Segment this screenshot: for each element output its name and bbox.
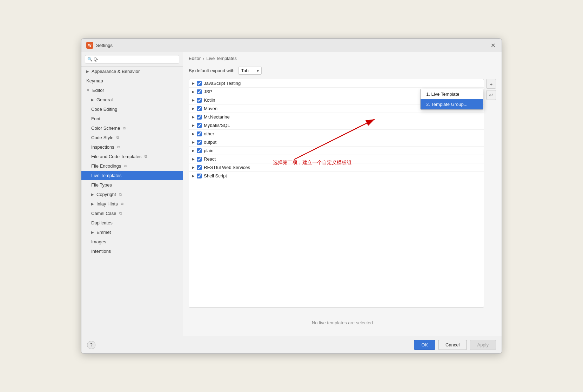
template-group-row[interactable]: ▶ React xyxy=(189,155,484,163)
group-label: JavaScript Testing xyxy=(204,81,241,86)
close-button[interactable]: ✕ xyxy=(489,41,497,49)
group-checkbox[interactable] xyxy=(197,115,202,120)
sidebar-item-code-style[interactable]: Code Style ⧉ xyxy=(81,133,183,142)
group-checkbox[interactable] xyxy=(197,106,202,111)
templates-panel: ▶ JavaScript Testing ▶ JSP ▶ Kotlin ▶ Ma… xyxy=(189,79,496,307)
sidebar-item-editor[interactable]: ▼ Editor xyxy=(81,86,183,95)
sidebar-item-duplicates[interactable]: Duplicates xyxy=(81,218,183,228)
arrow-icon: ▶ xyxy=(91,202,94,206)
expand-arrow-icon: ▶ xyxy=(192,174,195,178)
expand-arrow-icon: ▶ xyxy=(192,81,195,85)
copy-icon: ⧉ xyxy=(116,135,119,140)
group-label: Kotlin xyxy=(204,97,215,103)
template-group-row[interactable]: ▶ RESTful Web Services xyxy=(189,163,484,172)
sidebar-item-file-code-templates[interactable]: File and Code Templates ⧉ xyxy=(81,152,183,161)
sidebar-item-label: Inspections xyxy=(91,144,114,150)
expand-arrow-icon: ▶ xyxy=(192,115,195,119)
sidebar-item-label: Intentions xyxy=(91,249,111,254)
sidebar-item-label: Copyright xyxy=(96,192,116,197)
help-button[interactable]: ? xyxy=(87,341,95,349)
template-group-row[interactable]: ▶ output xyxy=(189,138,484,147)
sidebar-item-label: File Encodings xyxy=(91,163,121,169)
sidebar-item-label: Keymap xyxy=(86,78,103,83)
expand-select[interactable]: Tab Enter Space xyxy=(238,67,262,75)
sidebar-scroll: ▶ Appearance & Behavior Keymap ▼ Editor … xyxy=(81,67,183,336)
group-checkbox[interactable] xyxy=(197,81,202,86)
side-buttons: + ↩ xyxy=(484,79,496,307)
sidebar-item-appearance[interactable]: ▶ Appearance & Behavior xyxy=(81,67,183,76)
copy-icon: ⧉ xyxy=(145,154,147,159)
copy-icon: ⧉ xyxy=(124,164,127,168)
expand-arrow-icon: ▶ xyxy=(192,140,195,144)
breadcrumb: Editor › Live Templates xyxy=(183,52,502,63)
cancel-button[interactable]: Cancel xyxy=(438,340,467,350)
ok-button[interactable]: OK xyxy=(414,340,435,350)
sidebar-item-camel-case[interactable]: Camel Case ⧉ xyxy=(81,209,183,218)
sidebar-item-font[interactable]: Font xyxy=(81,114,183,123)
search-icon: 🔍 xyxy=(87,57,93,62)
copy-icon: ⧉ xyxy=(119,192,122,197)
sidebar-item-inlay-hints[interactable]: ▶ Inlay Hints ⧉ xyxy=(81,199,183,209)
title-bar: W Settings ✕ xyxy=(81,39,502,52)
template-group-row[interactable]: ▶ JavaScript Testing xyxy=(189,79,484,88)
template-group-row[interactable]: ▶ plain xyxy=(189,147,484,155)
group-checkbox[interactable] xyxy=(197,123,202,128)
sidebar-item-file-types[interactable]: File Types xyxy=(81,180,183,190)
sidebar-item-label: File and Code Templates xyxy=(91,154,142,159)
group-checkbox[interactable] xyxy=(197,157,202,162)
breadcrumb-parent: Editor xyxy=(189,56,201,61)
undo-button[interactable]: ↩ xyxy=(486,90,496,100)
template-group-row[interactable]: ▶ Mybatis/SQL xyxy=(189,121,484,130)
expand-arrow-icon: ▶ xyxy=(192,165,195,169)
group-label: React xyxy=(204,156,216,162)
sidebar-item-live-templates[interactable]: Live Templates xyxy=(81,171,183,180)
sidebar-item-label: Images xyxy=(91,239,106,244)
sidebar-item-copyright[interactable]: ▶ Copyright ⧉ xyxy=(81,190,183,199)
expand-arrow-icon: ▶ xyxy=(192,107,195,110)
add-button[interactable]: + xyxy=(486,79,496,89)
group-label: plain xyxy=(204,148,213,153)
expand-arrow-icon: ▶ xyxy=(192,157,195,161)
sidebar-item-code-editing[interactable]: Code Editing xyxy=(81,104,183,114)
popup-item-template-group[interactable]: 2. Template Group... xyxy=(421,99,483,109)
template-group-row[interactable]: ▶ Shell Script xyxy=(189,172,484,180)
sidebar: 🔍 ▶ Appearance & Behavior Keymap ▼ Edito… xyxy=(81,52,183,336)
group-checkbox[interactable] xyxy=(197,131,202,136)
group-checkbox[interactable] xyxy=(197,174,202,178)
group-label: Maven xyxy=(204,106,217,111)
sidebar-item-color-scheme[interactable]: Color Scheme ⧉ xyxy=(81,123,183,133)
group-label: output xyxy=(204,140,216,145)
group-checkbox[interactable] xyxy=(197,165,202,170)
sidebar-item-images[interactable]: Images xyxy=(81,237,183,246)
template-group-row[interactable]: ▶ other xyxy=(189,130,484,138)
expand-arrow-icon: ▶ xyxy=(192,132,195,136)
main-content: Editor › Live Templates By default expan… xyxy=(183,52,502,336)
expand-arrow-icon: ▶ xyxy=(192,123,195,127)
group-label: other xyxy=(204,131,214,136)
group-checkbox[interactable] xyxy=(197,89,202,94)
template-group-row[interactable]: ▶ Mr.Nectarine xyxy=(189,113,484,121)
templates-list: ▶ JavaScript Testing ▶ JSP ▶ Kotlin ▶ Ma… xyxy=(189,79,484,307)
arrow-icon: ▶ xyxy=(91,192,94,196)
group-checkbox[interactable] xyxy=(197,140,202,145)
sidebar-item-file-encodings[interactable]: File Encodings ⧉ xyxy=(81,161,183,171)
copy-icon: ⧉ xyxy=(121,202,123,206)
sidebar-item-label: Code Style xyxy=(91,135,114,140)
group-label: RESTful Web Services xyxy=(204,165,250,170)
search-input[interactable] xyxy=(85,55,179,63)
sidebar-item-emmet[interactable]: ▶ Emmet xyxy=(81,228,183,237)
arrow-icon: ▼ xyxy=(86,88,90,92)
sidebar-item-intentions[interactable]: Intentions xyxy=(81,246,183,256)
sidebar-item-keymap[interactable]: Keymap xyxy=(81,76,183,86)
expand-arrow-icon: ▶ xyxy=(192,90,195,94)
dialog-body: 🔍 ▶ Appearance & Behavior Keymap ▼ Edito… xyxy=(81,52,502,336)
dialog-title: Settings xyxy=(96,43,113,48)
sidebar-item-general[interactable]: ▶ General xyxy=(81,95,183,104)
sidebar-item-label: Editor xyxy=(92,88,104,93)
apply-button[interactable]: Apply xyxy=(470,340,496,350)
popup-item-live-template[interactable]: 1. Live Template xyxy=(421,89,483,99)
sidebar-item-inspections[interactable]: Inspections ⧉ xyxy=(81,142,183,152)
sidebar-item-label: File Types xyxy=(91,182,112,188)
group-checkbox[interactable] xyxy=(197,148,202,153)
group-checkbox[interactable] xyxy=(197,98,202,103)
